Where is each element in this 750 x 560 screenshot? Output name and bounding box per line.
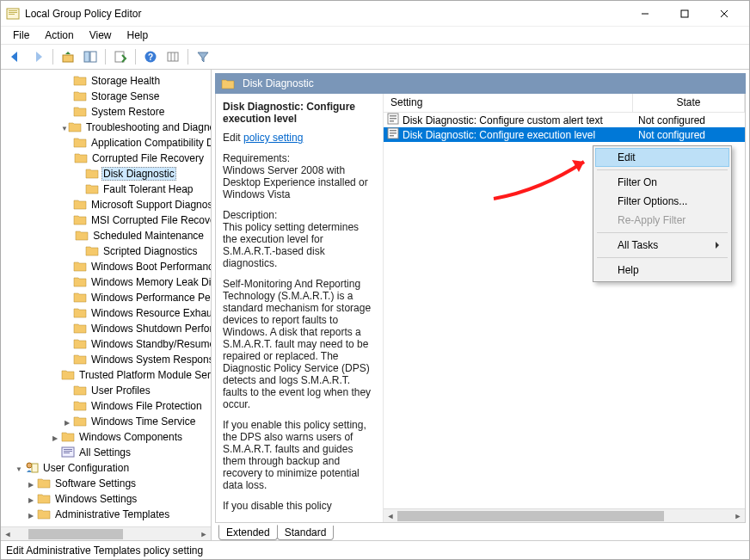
tree-item[interactable]: Windows Boot Performance Diagnostics	[1, 259, 211, 274]
maximize-button[interactable]	[665, 2, 704, 26]
tree-label: Scripted Diagnostics	[101, 245, 199, 257]
folder-icon	[74, 151, 90, 166]
tree-label: Windows Shutdown Performance Diagnostics	[89, 323, 211, 335]
context-menu-item[interactable]: Help	[595, 261, 729, 280]
description-p1: This policy setting determines the execu…	[223, 221, 359, 269]
list-row[interactable]: Disk Diagnostic: Configure execution lev…	[384, 127, 745, 142]
tree-label: MSI Corrupted File Recovery	[89, 214, 211, 226]
export-button[interactable]	[111, 47, 130, 66]
columns-button[interactable]	[163, 47, 182, 66]
tree-item[interactable]: Windows File Protection	[1, 398, 211, 414]
show-hide-button[interactable]	[81, 47, 100, 66]
tree-hscrollbar[interactable]: ◄ ►	[1, 526, 211, 540]
edit-policy-link[interactable]: policy setting	[243, 132, 303, 144]
tree-label: Software Settings	[53, 477, 138, 489]
menubar: File Action View Help	[1, 27, 749, 44]
row-state: Not configured	[633, 114, 705, 126]
policy-tree[interactable]: Storage HealthStorage SenseSystem Restor…	[1, 70, 211, 526]
folder-icon	[73, 306, 89, 321]
tree-item[interactable]: Windows System Responsiveness	[1, 352, 211, 367]
tree-item[interactable]: All Settings	[1, 445, 211, 460]
tree-label: Scheduled Maintenance	[91, 230, 206, 242]
context-menu-item[interactable]: Edit	[595, 148, 729, 167]
row-name: Disk Diagnostic: Configure custom alert …	[403, 114, 603, 126]
tree-item[interactable]: User Profiles	[1, 383, 211, 398]
titlebar: Local Group Policy Editor	[1, 1, 749, 27]
tree-item[interactable]: Scheduled Maintenance	[1, 228, 211, 243]
list-hscrollbar[interactable]: ◄ ►	[384, 508, 745, 522]
tree-label: Windows Standby/Resume Performance Diagn…	[89, 338, 211, 350]
tree-item[interactable]: ▶Windows Time Service	[1, 414, 211, 429]
view-tabs: Extended Standard	[215, 523, 746, 540]
tree-item[interactable]: Storage Sense	[1, 89, 211, 104]
tree-label: System Restore	[89, 106, 166, 118]
tree-item[interactable]: System Restore	[1, 104, 211, 120]
row-name: Disk Diagnostic: Configure execution lev…	[403, 129, 595, 141]
content-pane: Disk Diagnostic Disk Diagnostic: Configu…	[212, 70, 749, 540]
svg-rect-3	[9, 14, 15, 15]
menu-view[interactable]: View	[83, 28, 119, 42]
svg-rect-18	[64, 449, 72, 450]
tree-item[interactable]: Application Compatibility Diagnostics	[1, 135, 211, 151]
description-p3: If you enable this policy setting, the D…	[223, 419, 376, 491]
tree-item[interactable]: ▼User Configuration	[1, 460, 211, 476]
list-headers[interactable]: Setting State	[384, 94, 745, 113]
col-setting[interactable]: Setting	[384, 94, 633, 112]
svg-rect-19	[64, 451, 72, 452]
tree-item[interactable]: Windows Resource Exhaustion Detection	[1, 305, 211, 321]
context-menu-item[interactable]: Filter Options...	[595, 192, 729, 211]
tree-item[interactable]: Trusted Platform Module Services	[1, 367, 211, 383]
tree-item[interactable]: Microsoft Support Diagnostic Tool	[1, 197, 211, 212]
forward-button[interactable]	[28, 47, 47, 66]
tree-item[interactable]: MSI Corrupted File Recovery	[1, 212, 211, 228]
description-label: Description:	[223, 209, 277, 221]
tree-item[interactable]: ▶Windows Settings	[1, 491, 211, 507]
minimize-button[interactable]	[625, 2, 665, 26]
expand-icon[interactable]: ▶	[25, 495, 37, 504]
filter-button[interactable]	[194, 47, 212, 66]
expand-icon[interactable]: ▼	[13, 464, 25, 473]
tree-item[interactable]: Windows Standby/Resume Performance Diagn…	[1, 336, 211, 352]
tree-item[interactable]: Windows Performance PerfTrack	[1, 290, 211, 305]
expand-icon[interactable]: ▶	[61, 417, 73, 427]
tree-label: Disk Diagnostic	[101, 167, 176, 181]
tree-item[interactable]: ▶Administrative Templates	[1, 507, 211, 522]
tree-item[interactable]: Fault Tolerant Heap	[1, 182, 211, 197]
context-menu: EditFilter OnFilter Options...Re-Apply F…	[593, 145, 732, 282]
tree-item[interactable]: Corrupted File Recovery	[1, 151, 211, 166]
help-button[interactable]: ?	[141, 47, 160, 66]
tree-item[interactable]: Disk Diagnostic	[1, 166, 211, 182]
up-button[interactable]	[58, 47, 77, 66]
back-button[interactable]	[6, 47, 25, 66]
content-header-label: Disk Diagnostic	[243, 77, 314, 89]
folder-icon	[73, 322, 89, 336]
folder-icon	[73, 198, 89, 212]
expand-icon[interactable]: ▼	[61, 123, 68, 132]
tab-standard[interactable]: Standard	[277, 526, 335, 540]
tree-item[interactable]: Windows Shutdown Performance Diagnostics	[1, 321, 211, 336]
description-p2: Self-Monitoring And Reporting Technology…	[223, 278, 376, 410]
menu-action[interactable]: Action	[38, 28, 80, 42]
menu-file[interactable]: File	[6, 28, 36, 42]
expand-icon[interactable]: ▶	[25, 510, 37, 520]
window-title: Local Group Policy Editor	[25, 8, 625, 20]
svg-rect-28	[390, 130, 397, 132]
context-menu-item[interactable]: Filter On	[595, 173, 729, 192]
expand-icon[interactable]: ▶	[25, 479, 37, 489]
context-menu-item[interactable]: All Tasks	[595, 236, 729, 255]
menu-help[interactable]: Help	[120, 28, 156, 42]
close-button[interactable]	[704, 2, 744, 26]
col-state[interactable]: State	[633, 94, 745, 112]
folder-icon	[73, 213, 89, 228]
folder-icon	[25, 461, 41, 476]
menu-separator	[597, 232, 728, 233]
tree-item[interactable]: ▶Windows Components	[1, 429, 211, 445]
expand-icon[interactable]: ▶	[49, 433, 61, 442]
tree-item[interactable]: ▶Software Settings	[1, 476, 211, 491]
tree-item[interactable]: ▼Troubleshooting and Diagnostics	[1, 120, 211, 135]
list-row[interactable]: Disk Diagnostic: Configure custom alert …	[384, 113, 745, 127]
tree-item[interactable]: Windows Memory Leak Diagnosis	[1, 274, 211, 290]
tree-item[interactable]: Scripted Diagnostics	[1, 243, 211, 259]
tree-item[interactable]: Storage Health	[1, 73, 211, 89]
tab-extended[interactable]: Extended	[218, 525, 278, 540]
